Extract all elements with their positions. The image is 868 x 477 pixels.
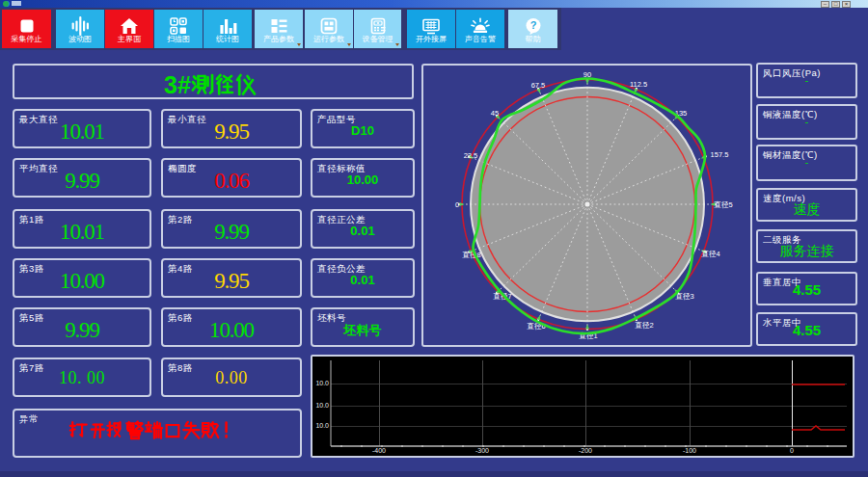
svg-text:直径4: 直径4: [700, 250, 719, 258]
svg-text:直径6: 直径6: [526, 322, 545, 331]
svg-text:45: 45: [491, 109, 499, 118]
svg-text:10.0: 10.0: [315, 422, 329, 429]
svg-text:直径2: 直径2: [634, 321, 653, 330]
svg-text:直径5: 直径5: [713, 200, 732, 209]
svg-text:10.0: 10.0: [315, 380, 329, 386]
svg-text:67.5: 67.5: [531, 81, 546, 90]
svg-text:22.5: 22.5: [464, 151, 478, 160]
svg-text:112.5: 112.5: [630, 80, 647, 89]
svg-text:-300: -300: [475, 447, 489, 454]
svg-text:?: ?: [529, 19, 536, 31]
svg-text:0: 0: [790, 447, 794, 454]
svg-text:157.5: 157.5: [711, 150, 729, 159]
svg-text:-100: -100: [683, 447, 696, 454]
svg-text:-400: -400: [372, 447, 386, 454]
svg-text:10.0: 10.0: [315, 402, 329, 409]
svg-text:3#: 3#: [164, 71, 191, 97]
svg-text:-200: -200: [579, 447, 592, 454]
svg-text:0: 0: [455, 200, 459, 209]
